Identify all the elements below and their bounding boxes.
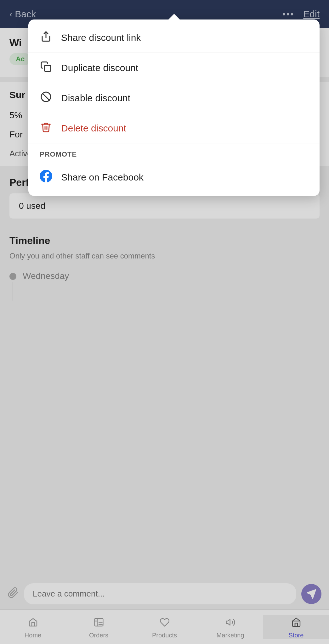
share-icon — [40, 31, 52, 44]
share-discount-link-label: Share discount link — [61, 32, 141, 43]
disable-discount-item[interactable]: Disable discount — [28, 83, 320, 113]
share-facebook-item[interactable]: Share on Facebook — [28, 162, 320, 193]
share-discount-link-item[interactable]: Share discount link — [28, 23, 320, 53]
duplicate-discount-label: Duplicate discount — [61, 63, 138, 73]
disable-discount-label: Disable discount — [61, 93, 130, 103]
duplicate-discount-item[interactable]: Duplicate discount — [28, 53, 320, 83]
trash-icon — [40, 121, 52, 135]
promote-section-header: PROMOTE — [28, 143, 320, 162]
popup-overlay[interactable]: Share discount link Duplicate discount D… — [0, 0, 329, 644]
delete-discount-item[interactable]: Delete discount — [28, 113, 320, 143]
duplicate-icon — [40, 61, 52, 75]
disable-icon — [40, 91, 52, 105]
svg-rect-1 — [45, 65, 51, 72]
share-facebook-label: Share on Facebook — [61, 172, 144, 183]
svg-line-3 — [43, 93, 49, 100]
popup-menu: Share discount link Duplicate discount D… — [28, 19, 320, 196]
facebook-icon — [40, 170, 52, 185]
delete-discount-label: Delete discount — [61, 123, 126, 134]
